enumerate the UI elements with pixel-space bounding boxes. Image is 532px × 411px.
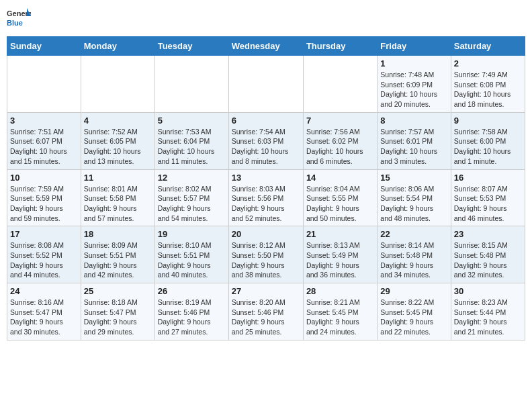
day-info: Sunrise: 8:03 AM Sunset: 5:56 PM Dayligh… bbox=[232, 184, 300, 224]
logo: General Blue bbox=[7, 7, 31, 31]
day-info: Sunrise: 7:53 AM Sunset: 6:04 PM Dayligh… bbox=[158, 127, 226, 167]
calendar-week-row: 1Sunrise: 7:48 AM Sunset: 6:09 PM Daylig… bbox=[7, 56, 525, 113]
day-number: 25 bbox=[84, 286, 152, 296]
day-info: Sunrise: 7:51 AM Sunset: 6:07 PM Dayligh… bbox=[10, 127, 78, 167]
calendar-cell: 7Sunrise: 7:56 AM Sunset: 6:02 PM Daylig… bbox=[303, 112, 377, 169]
day-number: 26 bbox=[158, 286, 226, 296]
calendar-cell: 12Sunrise: 8:02 AM Sunset: 5:57 PM Dayli… bbox=[154, 169, 228, 226]
day-info: Sunrise: 8:21 AM Sunset: 5:45 PM Dayligh… bbox=[306, 298, 374, 337]
day-info: Sunrise: 8:18 AM Sunset: 5:47 PM Dayligh… bbox=[84, 298, 152, 337]
day-number: 5 bbox=[158, 116, 226, 126]
page-header: General Blue bbox=[7, 7, 525, 31]
calendar-cell: 30Sunrise: 8:23 AM Sunset: 5:44 PM Dayli… bbox=[451, 283, 525, 340]
logo-svg: General Blue bbox=[7, 7, 31, 31]
calendar-cell: 17Sunrise: 8:08 AM Sunset: 5:52 PM Dayli… bbox=[7, 226, 81, 283]
day-info: Sunrise: 7:48 AM Sunset: 6:09 PM Dayligh… bbox=[380, 70, 447, 109]
calendar-cell: 1Sunrise: 7:48 AM Sunset: 6:09 PM Daylig… bbox=[378, 56, 451, 113]
day-info: Sunrise: 8:22 AM Sunset: 5:45 PM Dayligh… bbox=[380, 298, 447, 337]
day-number: 15 bbox=[380, 173, 447, 183]
day-number: 9 bbox=[454, 116, 522, 126]
day-info: Sunrise: 8:23 AM Sunset: 5:44 PM Dayligh… bbox=[454, 298, 522, 337]
day-number: 8 bbox=[380, 116, 447, 126]
day-number: 6 bbox=[232, 116, 300, 126]
day-number: 11 bbox=[84, 173, 152, 183]
calendar-cell bbox=[7, 56, 81, 113]
calendar-body: 1Sunrise: 7:48 AM Sunset: 6:09 PM Daylig… bbox=[7, 56, 525, 340]
day-info: Sunrise: 8:19 AM Sunset: 5:46 PM Dayligh… bbox=[158, 298, 226, 337]
calendar-cell: 4Sunrise: 7:52 AM Sunset: 6:05 PM Daylig… bbox=[81, 112, 154, 169]
day-info: Sunrise: 7:49 AM Sunset: 6:08 PM Dayligh… bbox=[454, 70, 522, 109]
calendar-header-row: SundayMondayTuesdayWednesdayThursdayFrid… bbox=[7, 37, 525, 56]
day-number: 18 bbox=[84, 229, 152, 239]
svg-text:Blue: Blue bbox=[7, 19, 23, 27]
calendar-cell bbox=[228, 56, 303, 113]
day-of-week-header: Saturday bbox=[451, 37, 525, 56]
calendar-cell: 23Sunrise: 8:15 AM Sunset: 5:48 PM Dayli… bbox=[451, 226, 525, 283]
day-info: Sunrise: 8:10 AM Sunset: 5:51 PM Dayligh… bbox=[158, 240, 226, 280]
calendar-cell: 29Sunrise: 8:22 AM Sunset: 5:45 PM Dayli… bbox=[378, 283, 451, 340]
day-number: 29 bbox=[380, 286, 447, 296]
day-number: 16 bbox=[454, 173, 522, 183]
day-info: Sunrise: 7:56 AM Sunset: 6:02 PM Dayligh… bbox=[306, 127, 374, 167]
day-number: 7 bbox=[306, 116, 374, 126]
day-number: 27 bbox=[232, 286, 300, 296]
day-info: Sunrise: 7:52 AM Sunset: 6:05 PM Dayligh… bbox=[84, 127, 152, 167]
day-number: 24 bbox=[10, 286, 78, 296]
day-number: 4 bbox=[84, 116, 152, 126]
day-number: 1 bbox=[380, 58, 447, 68]
calendar-cell: 27Sunrise: 8:20 AM Sunset: 5:46 PM Dayli… bbox=[228, 283, 303, 340]
calendar-week-row: 24Sunrise: 8:16 AM Sunset: 5:47 PM Dayli… bbox=[7, 283, 525, 340]
calendar-week-row: 10Sunrise: 7:59 AM Sunset: 5:59 PM Dayli… bbox=[7, 169, 525, 226]
day-info: Sunrise: 8:20 AM Sunset: 5:46 PM Dayligh… bbox=[232, 298, 300, 337]
day-number: 19 bbox=[158, 229, 226, 239]
calendar-cell: 11Sunrise: 8:01 AM Sunset: 5:58 PM Dayli… bbox=[81, 169, 154, 226]
day-of-week-header: Wednesday bbox=[228, 37, 303, 56]
calendar-cell: 25Sunrise: 8:18 AM Sunset: 5:47 PM Dayli… bbox=[81, 283, 154, 340]
day-of-week-header: Tuesday bbox=[154, 37, 228, 56]
calendar-cell: 13Sunrise: 8:03 AM Sunset: 5:56 PM Dayli… bbox=[228, 169, 303, 226]
day-number: 28 bbox=[306, 286, 374, 296]
calendar-week-row: 17Sunrise: 8:08 AM Sunset: 5:52 PM Dayli… bbox=[7, 226, 525, 283]
day-number: 22 bbox=[380, 229, 447, 239]
day-of-week-header: Thursday bbox=[303, 37, 377, 56]
day-number: 23 bbox=[454, 229, 522, 239]
day-number: 30 bbox=[454, 286, 522, 296]
calendar-cell: 8Sunrise: 7:57 AM Sunset: 6:01 PM Daylig… bbox=[378, 112, 451, 169]
calendar-cell: 28Sunrise: 8:21 AM Sunset: 5:45 PM Dayli… bbox=[303, 283, 377, 340]
calendar-cell: 10Sunrise: 7:59 AM Sunset: 5:59 PM Dayli… bbox=[7, 169, 81, 226]
day-number: 20 bbox=[232, 229, 300, 239]
calendar-cell: 26Sunrise: 8:19 AM Sunset: 5:46 PM Dayli… bbox=[154, 283, 228, 340]
day-number: 14 bbox=[306, 173, 374, 183]
calendar-cell: 2Sunrise: 7:49 AM Sunset: 6:08 PM Daylig… bbox=[451, 56, 525, 113]
day-info: Sunrise: 8:08 AM Sunset: 5:52 PM Dayligh… bbox=[10, 240, 78, 280]
day-info: Sunrise: 8:14 AM Sunset: 5:48 PM Dayligh… bbox=[380, 240, 447, 280]
calendar-week-row: 3Sunrise: 7:51 AM Sunset: 6:07 PM Daylig… bbox=[7, 112, 525, 169]
calendar-cell: 6Sunrise: 7:54 AM Sunset: 6:03 PM Daylig… bbox=[228, 112, 303, 169]
day-info: Sunrise: 8:06 AM Sunset: 5:54 PM Dayligh… bbox=[380, 184, 447, 224]
calendar-cell: 18Sunrise: 8:09 AM Sunset: 5:51 PM Dayli… bbox=[81, 226, 154, 283]
day-info: Sunrise: 8:07 AM Sunset: 5:53 PM Dayligh… bbox=[454, 184, 522, 224]
day-info: Sunrise: 8:04 AM Sunset: 5:55 PM Dayligh… bbox=[306, 184, 374, 224]
day-of-week-header: Monday bbox=[81, 37, 154, 56]
day-info: Sunrise: 8:13 AM Sunset: 5:49 PM Dayligh… bbox=[306, 240, 374, 280]
calendar-cell bbox=[154, 56, 228, 113]
calendar-cell: 9Sunrise: 7:58 AM Sunset: 6:00 PM Daylig… bbox=[451, 112, 525, 169]
day-info: Sunrise: 8:15 AM Sunset: 5:48 PM Dayligh… bbox=[454, 240, 522, 280]
calendar-cell: 15Sunrise: 8:06 AM Sunset: 5:54 PM Dayli… bbox=[378, 169, 451, 226]
day-info: Sunrise: 8:16 AM Sunset: 5:47 PM Dayligh… bbox=[10, 298, 78, 337]
day-info: Sunrise: 8:02 AM Sunset: 5:57 PM Dayligh… bbox=[158, 184, 226, 224]
day-info: Sunrise: 7:54 AM Sunset: 6:03 PM Dayligh… bbox=[232, 127, 300, 167]
day-info: Sunrise: 8:12 AM Sunset: 5:50 PM Dayligh… bbox=[232, 240, 300, 280]
day-number: 17 bbox=[10, 229, 78, 239]
day-info: Sunrise: 8:09 AM Sunset: 5:51 PM Dayligh… bbox=[84, 240, 152, 280]
calendar-cell: 20Sunrise: 8:12 AM Sunset: 5:50 PM Dayli… bbox=[228, 226, 303, 283]
calendar-cell: 5Sunrise: 7:53 AM Sunset: 6:04 PM Daylig… bbox=[154, 112, 228, 169]
calendar-cell: 21Sunrise: 8:13 AM Sunset: 5:49 PM Dayli… bbox=[303, 226, 377, 283]
day-of-week-header: Sunday bbox=[7, 37, 81, 56]
day-info: Sunrise: 7:58 AM Sunset: 6:00 PM Dayligh… bbox=[454, 127, 522, 167]
calendar-cell bbox=[81, 56, 154, 113]
calendar-cell: 14Sunrise: 8:04 AM Sunset: 5:55 PM Dayli… bbox=[303, 169, 377, 226]
day-number: 21 bbox=[306, 229, 374, 239]
day-of-week-header: Friday bbox=[378, 37, 451, 56]
day-info: Sunrise: 7:59 AM Sunset: 5:59 PM Dayligh… bbox=[10, 184, 78, 224]
